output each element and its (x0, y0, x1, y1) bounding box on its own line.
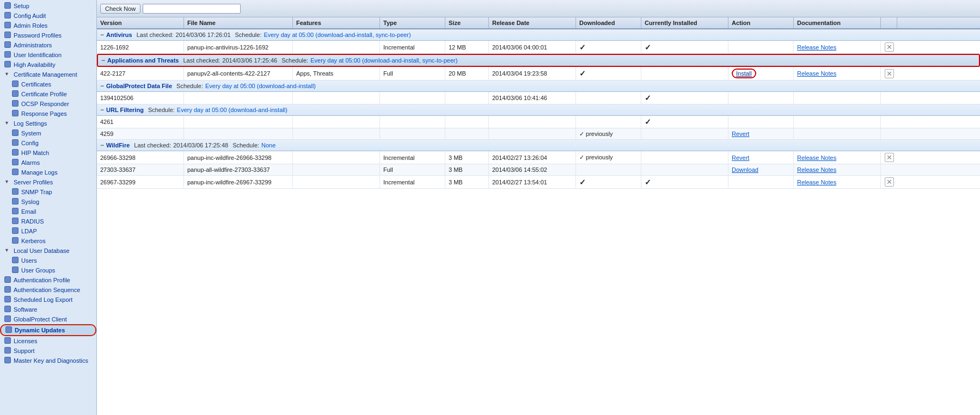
data-row: 4261✓ (97, 116, 980, 128)
sidebar-item-user-groups[interactable]: User Groups (0, 265, 96, 275)
sidebar-item-alarms[interactable]: Alarms (0, 158, 96, 168)
cell-action[interactable]: Revert (728, 128, 794, 139)
icon-ldap (12, 227, 20, 235)
check-now-button[interactable]: Check Now (100, 4, 140, 14)
section-collapse-wildfire[interactable]: − (100, 141, 104, 149)
icon-server-profiles: ▼ (4, 178, 12, 186)
sidebar-item-master-key[interactable]: Master Key and Diagnostics (0, 356, 96, 366)
sidebar: SetupConfig AuditAdmin RolesPassword Pro… (0, 0, 97, 415)
sidebar-item-config-audit[interactable]: Config Audit (0, 11, 96, 21)
cell-type (380, 128, 445, 139)
cell-action (728, 41, 794, 53)
sidebar-item-administrators[interactable]: Administrators (0, 40, 96, 50)
sidebar-item-server-profiles[interactable]: ▼Server Profiles (0, 177, 96, 187)
sidebar-item-globalprotect-client[interactable]: GlobalProtect Client (0, 314, 96, 324)
sidebar-item-cert-mgmt[interactable]: ▼Certificate Management (0, 70, 96, 79)
data-row: 4259✓ previouslyRevert (97, 128, 980, 140)
cell-size (445, 116, 489, 128)
icon-setup (4, 2, 12, 10)
sidebar-label-auth-profile: Authentication Profile (14, 277, 70, 283)
sidebar-item-snmp-trap[interactable]: SNMP Trap (0, 187, 96, 197)
cell-documentation[interactable]: Release Notes (794, 164, 881, 175)
sidebar-item-config[interactable]: Config (0, 138, 96, 148)
cell-delete[interactable]: ✕ (881, 176, 897, 188)
sidebar-item-dynamic-updates[interactable]: Dynamic Updates (0, 324, 96, 336)
sidebar-label-ocsp: OCSP Responder (21, 101, 69, 107)
icon-high-availability (4, 61, 12, 69)
icon-response-pages (12, 110, 20, 117)
sidebar-item-auth-profile[interactable]: Authentication Profile (0, 275, 96, 285)
cell-documentation[interactable]: Release Notes (794, 151, 881, 164)
cell-features (293, 116, 380, 128)
sidebar-item-system[interactable]: System (0, 128, 96, 138)
cell-action[interactable]: Download (728, 164, 794, 175)
data-row: 26967-33299panup-inc-wildfire-26967-3329… (97, 176, 980, 189)
section-header-antivirus: −AntivirusLast checked:2014/03/06 17:26:… (97, 29, 980, 41)
sidebar-label-config: Config (21, 140, 39, 146)
icon-cert-mgmt: ▼ (4, 71, 12, 78)
sidebar-label-hip-match: HIP Match (21, 150, 49, 156)
sidebar-item-hip-match[interactable]: HIP Match (0, 148, 96, 158)
cell-documentation[interactable]: Release Notes (794, 176, 881, 188)
sidebar-item-radius[interactable]: RADIUS (0, 216, 96, 226)
section-header-url-filtering: −URL FilteringSchedule:Every day at 05:0… (97, 104, 980, 116)
sidebar-label-snmp-trap: SNMP Trap (21, 189, 52, 195)
sidebar-item-syslog[interactable]: Syslog (0, 197, 96, 207)
sidebar-item-licenses[interactable]: Licenses (0, 336, 96, 346)
sidebar-item-password-profiles[interactable]: Password Profiles (0, 30, 96, 40)
sidebar-item-setup[interactable]: Setup (0, 1, 96, 11)
icon-licenses (4, 337, 12, 345)
cell-downloaded: ✓ previously (576, 128, 641, 139)
cell-action[interactable]: Install (728, 67, 794, 80)
sidebar-item-scheduled-log-export[interactable]: Scheduled Log Export (0, 295, 96, 305)
icon-certificates (12, 80, 20, 88)
sidebar-item-certificates[interactable]: Certificates (0, 79, 96, 89)
cell-currently-installed (641, 128, 728, 139)
cell-filename (184, 128, 293, 139)
cell-downloaded (576, 164, 641, 175)
sidebar-item-ocsp[interactable]: OCSP Responder (0, 99, 96, 109)
sidebar-label-email: Email (21, 208, 36, 215)
sidebar-label-password-profiles: Password Profiles (14, 32, 62, 39)
section-collapse-url-filtering[interactable]: − (100, 106, 104, 114)
sidebar-item-response-pages[interactable]: Response Pages (0, 109, 96, 119)
cell-release-date: 2014/03/04 19:23:58 (489, 67, 576, 80)
sidebar-item-log-settings[interactable]: ▼Log Settings (0, 119, 96, 128)
search-input[interactable] (143, 4, 241, 14)
cell-delete[interactable]: ✕ (881, 151, 897, 164)
cell-version: 1394102506 (97, 92, 184, 104)
sidebar-label-globalprotect-client: GlobalProtect Client (14, 316, 67, 323)
icon-user-groups (12, 267, 20, 274)
cell-downloaded: ✓ (576, 67, 641, 80)
cell-documentation[interactable]: Release Notes (794, 67, 881, 80)
icon-users (12, 257, 20, 264)
section-collapse-antivirus[interactable]: − (100, 31, 104, 39)
sidebar-item-admin-roles[interactable]: Admin Roles (0, 21, 96, 30)
cell-delete[interactable]: ✕ (881, 41, 897, 53)
col-release-date: Release Date (489, 17, 576, 28)
cell-action[interactable]: Revert (728, 151, 794, 164)
sidebar-item-manage-logs[interactable]: Manage Logs (0, 168, 96, 177)
section-collapse-globalprotect-data[interactable]: − (100, 82, 104, 90)
sidebar-item-users[interactable]: Users (0, 256, 96, 265)
col-spacer (881, 17, 897, 28)
sidebar-item-kerberos[interactable]: Kerberos (0, 236, 96, 246)
sidebar-item-local-user-db[interactable]: ▼Local User Database (0, 246, 96, 256)
sidebar-item-user-identification[interactable]: User Identification (0, 50, 96, 60)
cell-documentation[interactable]: Release Notes (794, 41, 881, 53)
sidebar-item-high-availability[interactable]: High Availability (0, 60, 96, 70)
icon-password-profiles (4, 32, 12, 39)
sidebar-item-auth-sequence[interactable]: Authentication Sequence (0, 285, 96, 295)
sidebar-item-support[interactable]: Support (0, 346, 96, 356)
sidebar-item-ldap[interactable]: LDAP (0, 226, 96, 236)
sidebar-item-cert-profile[interactable]: Certificate Profile (0, 89, 96, 99)
cell-documentation (794, 128, 881, 139)
sidebar-label-scheduled-log-export: Scheduled Log Export (14, 296, 72, 303)
sidebar-item-software[interactable]: Software (0, 305, 96, 314)
sidebar-label-alarms: Alarms (21, 159, 40, 166)
sidebar-item-email[interactable]: Email (0, 207, 96, 216)
cell-downloaded (576, 116, 641, 128)
section-collapse-applications-threats[interactable]: − (101, 57, 105, 64)
cell-size: 3 MB (445, 164, 489, 175)
cell-delete[interactable]: ✕ (881, 67, 897, 80)
